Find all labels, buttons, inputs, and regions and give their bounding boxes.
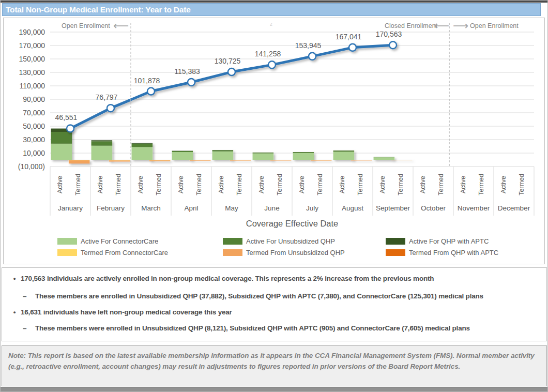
- y-tick-label: 110,000: [4, 82, 45, 90]
- active-bar-segment: [374, 157, 395, 160]
- termed-bar-segment: [190, 160, 211, 161]
- active-bar-segment: [333, 152, 355, 160]
- active-bar-segment: [51, 132, 72, 144]
- active-termed-axis-label: Active: [339, 176, 346, 193]
- active-bar-segment: [51, 144, 72, 160]
- active-termed-axis-label: Active: [298, 176, 306, 193]
- y-tick-label: 170,000: [4, 41, 45, 50]
- legend-swatch: [57, 249, 77, 256]
- legend-label: Active For QHP with APTC: [409, 237, 489, 245]
- total-enrollment-line: [67, 41, 397, 132]
- active-bar-segment: [253, 154, 274, 160]
- sub-bullet-item: –These members are enrolled in Unsubsidi…: [2, 292, 548, 300]
- legend-item: Active For QHP with APTC: [386, 237, 538, 245]
- month-label: June: [264, 204, 279, 212]
- bullet-text: These members are enrolled in Unsubsidiz…: [35, 292, 483, 300]
- active-bar-segment: [132, 147, 153, 160]
- active-termed-axis-label: Active: [97, 176, 104, 193]
- x-axis-title: Coverage Effective Date: [50, 219, 534, 229]
- termed-bar-segment: [190, 160, 211, 160]
- bars-layer: [51, 129, 413, 164]
- data-label: 130,725: [215, 57, 241, 65]
- active-termed-axis-label: Termed: [74, 174, 82, 195]
- bullet-marker: –: [23, 324, 35, 332]
- line-marker: [67, 125, 74, 132]
- active-bar-segment: [92, 146, 113, 160]
- window-top-edge: [1, 1, 548, 3]
- line-marker: [107, 104, 114, 112]
- active-termed-axis-label: Active: [379, 176, 386, 193]
- stray-character: z: [270, 21, 272, 27]
- data-label: 141,258: [255, 50, 281, 58]
- month-label: January: [58, 204, 83, 212]
- month-label: November: [458, 204, 490, 212]
- termed-bar-segment: [270, 160, 292, 161]
- legend-label: Active For ConnectorCare: [81, 237, 158, 245]
- active-bar-segment: [212, 150, 234, 151]
- termed-bar-segment: [69, 160, 90, 160]
- active-termed-axis-label: Termed: [478, 174, 485, 195]
- active-termed-axis-label: Termed: [236, 174, 243, 195]
- line-marker: [309, 53, 316, 60]
- active-termed-axis-label: Active: [177, 176, 185, 193]
- data-label: 153,945: [295, 41, 322, 50]
- line-marker: [228, 68, 235, 76]
- active-termed-axis-label: Termed: [195, 174, 203, 195]
- termed-bar-segment: [351, 160, 372, 161]
- bullet-text: 170,563 individuals are actively enrolle…: [21, 275, 434, 282]
- bullet-marker: –: [23, 292, 35, 300]
- legend-swatch: [386, 238, 405, 245]
- bullet-marker: •: [8, 308, 21, 316]
- report-page: Total Non-Group Medical Enrollment: Year…: [0, 0, 548, 392]
- active-bar-segment: [92, 141, 113, 145]
- closed-enrollment-label: Closed Enrollment: [385, 22, 437, 29]
- active-bar-segment: [212, 152, 234, 160]
- y-tick-label: 70,000: [4, 109, 45, 117]
- active-termed-axis-label: Active: [460, 176, 467, 193]
- note-text: Note: This report is based on the latest…: [8, 351, 540, 372]
- line-marker: [349, 44, 356, 51]
- open-enrollment-right-label: Open Enrollment: [470, 22, 519, 29]
- month-label: May: [225, 204, 238, 212]
- month-label: August: [342, 204, 363, 212]
- active-termed-axis-label: Termed: [316, 174, 324, 195]
- month-label: September: [376, 204, 410, 212]
- data-label: 101,878: [134, 77, 160, 85]
- summary-bullets-panel: •170,563 individuals are actively enroll…: [2, 267, 547, 341]
- termed-bar-segment: [230, 160, 251, 161]
- month-label: December: [498, 204, 530, 212]
- data-label: 167,041: [336, 33, 362, 41]
- active-termed-axis-label: Active: [137, 176, 144, 193]
- active-bar-segment: [293, 153, 314, 160]
- note-panel: Note: This report is based on the latest…: [2, 345, 547, 386]
- y-tick-label: 90,000: [4, 95, 45, 103]
- active-termed-axis-label: Termed: [357, 174, 364, 195]
- left-arrow-icon: ⟵: [113, 22, 129, 29]
- legend-label: Termed From QHP with APTC: [409, 249, 498, 257]
- month-label: March: [141, 204, 161, 212]
- active-termed-axis-label: Active: [258, 176, 265, 193]
- page-title: Total Non-Group Medical Enrollment: Year…: [3, 5, 191, 14]
- legend-label: Active For Unsubsidized QHP: [246, 237, 335, 245]
- active-termed-axis-label: Termed: [437, 174, 445, 195]
- legend-item: Termed From QHP with APTC: [386, 249, 538, 257]
- line-marker: [268, 61, 276, 68]
- open-enrollment-left-label: Open Enrollment: [62, 22, 110, 29]
- termed-bar-segment: [311, 160, 332, 161]
- line-marker: [147, 88, 155, 95]
- legend-item: Termed From ConnectorCare: [57, 249, 223, 257]
- left-arrow-icon: ⟵: [434, 22, 449, 29]
- month-label: October: [421, 204, 446, 212]
- legend-swatch: [223, 238, 242, 245]
- window-bottom-edge: [1, 387, 548, 392]
- active-termed-axis-label: Active: [500, 176, 507, 193]
- active-termed-axis-label: Termed: [115, 174, 122, 195]
- y-tick-label: 50,000: [4, 122, 45, 130]
- active-bar-segment: [132, 143, 153, 144]
- data-label: 76,797: [96, 93, 118, 101]
- legend-item: Active For Unsubsidized QHP: [223, 237, 386, 245]
- y-tick-label: 130,000: [4, 68, 45, 77]
- right-arrow-icon: ⟶: [453, 22, 468, 29]
- report-title-bar: Total Non-Group Medical Enrollment: Year…: [2, 3, 541, 16]
- legend-label: Termed From ConnectorCare: [81, 249, 168, 257]
